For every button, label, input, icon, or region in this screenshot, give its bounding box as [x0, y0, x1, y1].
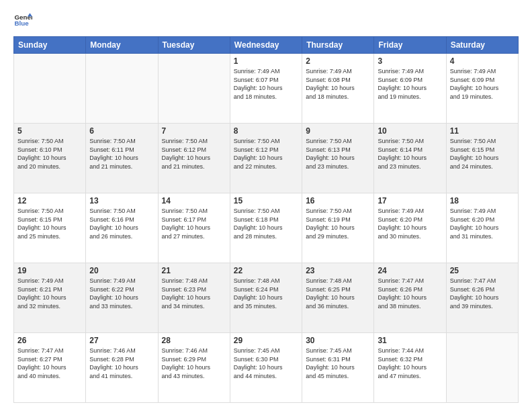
day-number: 1: [234, 56, 298, 66]
day-cell: 6Sunrise: 7:50 AM Sunset: 6:11 PM Daylig…: [86, 124, 158, 193]
day-number: 8: [234, 126, 298, 136]
day-cell: 29Sunrise: 7:45 AM Sunset: 6:30 PM Dayli…: [230, 333, 302, 403]
day-info: Sunrise: 7:49 AM Sunset: 6:07 PM Dayligh…: [234, 67, 298, 101]
day-cell: 10Sunrise: 7:50 AM Sunset: 6:14 PM Dayli…: [374, 124, 446, 193]
day-info: Sunrise: 7:50 AM Sunset: 6:15 PM Dayligh…: [450, 137, 515, 171]
day-cell: 19Sunrise: 7:49 AM Sunset: 6:21 PM Dayli…: [14, 263, 86, 333]
day-number: 30: [306, 336, 370, 345]
header: General Blue: [13, 11, 519, 30]
day-number: 16: [306, 196, 370, 205]
day-number: 15: [234, 196, 298, 205]
day-info: Sunrise: 7:50 AM Sunset: 6:12 PM Dayligh…: [162, 137, 226, 171]
day-number: 11: [450, 126, 515, 136]
day-info: Sunrise: 7:49 AM Sunset: 6:20 PM Dayligh…: [378, 207, 442, 240]
week-row-3: 12Sunrise: 7:50 AM Sunset: 6:15 PM Dayli…: [14, 193, 519, 263]
day-cell: 8Sunrise: 7:50 AM Sunset: 6:12 PM Daylig…: [230, 124, 302, 193]
day-info: Sunrise: 7:49 AM Sunset: 6:22 PM Dayligh…: [89, 277, 154, 310]
day-info: Sunrise: 7:46 AM Sunset: 6:28 PM Dayligh…: [89, 347, 154, 380]
day-info: Sunrise: 7:47 AM Sunset: 6:27 PM Dayligh…: [17, 347, 82, 380]
day-cell: 14Sunrise: 7:50 AM Sunset: 6:17 PM Dayli…: [158, 193, 230, 263]
day-number: 21: [162, 266, 226, 275]
day-cell: 13Sunrise: 7:50 AM Sunset: 6:16 PM Dayli…: [86, 193, 158, 263]
week-row-4: 19Sunrise: 7:49 AM Sunset: 6:21 PM Dayli…: [14, 263, 519, 333]
day-info: Sunrise: 7:49 AM Sunset: 6:20 PM Dayligh…: [450, 207, 515, 240]
svg-text:Blue: Blue: [14, 19, 29, 27]
week-row-5: 26Sunrise: 7:47 AM Sunset: 6:27 PM Dayli…: [14, 333, 519, 403]
day-cell: 30Sunrise: 7:45 AM Sunset: 6:31 PM Dayli…: [302, 333, 374, 403]
weekday-header-tuesday: Tuesday: [158, 37, 230, 54]
day-cell: 15Sunrise: 7:50 AM Sunset: 6:18 PM Dayli…: [230, 193, 302, 263]
day-cell: 4Sunrise: 7:49 AM Sunset: 6:09 PM Daylig…: [446, 54, 518, 124]
weekday-header-saturday: Saturday: [446, 37, 518, 54]
day-number: 29: [234, 336, 298, 345]
calendar-table: SundayMondayTuesdayWednesdayThursdayFrid…: [13, 36, 519, 403]
day-number: 26: [17, 336, 82, 345]
day-cell: 9Sunrise: 7:50 AM Sunset: 6:13 PM Daylig…: [302, 124, 374, 193]
day-info: Sunrise: 7:49 AM Sunset: 6:09 PM Dayligh…: [450, 67, 515, 101]
day-info: Sunrise: 7:50 AM Sunset: 6:12 PM Dayligh…: [234, 137, 298, 171]
day-number: 31: [378, 336, 442, 345]
day-cell: [14, 54, 86, 124]
day-number: 6: [89, 126, 154, 136]
day-info: Sunrise: 7:50 AM Sunset: 6:11 PM Dayligh…: [89, 137, 154, 171]
day-info: Sunrise: 7:50 AM Sunset: 6:15 PM Dayligh…: [17, 207, 82, 240]
day-number: 5: [17, 126, 82, 136]
day-number: 3: [378, 56, 442, 66]
day-number: 14: [162, 196, 226, 205]
day-info: Sunrise: 7:46 AM Sunset: 6:29 PM Dayligh…: [162, 347, 226, 380]
day-cell: 17Sunrise: 7:49 AM Sunset: 6:20 PM Dayli…: [374, 193, 446, 263]
day-info: Sunrise: 7:48 AM Sunset: 6:24 PM Dayligh…: [234, 277, 298, 310]
day-cell: 21Sunrise: 7:48 AM Sunset: 6:23 PM Dayli…: [158, 263, 230, 333]
day-number: 4: [450, 56, 515, 66]
day-cell: 12Sunrise: 7:50 AM Sunset: 6:15 PM Dayli…: [14, 193, 86, 263]
day-number: 13: [89, 196, 154, 205]
day-info: Sunrise: 7:50 AM Sunset: 6:14 PM Dayligh…: [378, 137, 442, 171]
weekday-header-wednesday: Wednesday: [230, 37, 302, 54]
day-info: Sunrise: 7:50 AM Sunset: 6:13 PM Dayligh…: [306, 137, 370, 171]
day-cell: 25Sunrise: 7:47 AM Sunset: 6:26 PM Dayli…: [446, 263, 518, 333]
page: General Blue SundayMondayTuesdayWednesda…: [0, 0, 532, 411]
day-info: Sunrise: 7:49 AM Sunset: 6:08 PM Dayligh…: [306, 67, 370, 101]
day-info: Sunrise: 7:50 AM Sunset: 6:17 PM Dayligh…: [162, 207, 226, 240]
day-number: 9: [306, 126, 370, 136]
day-info: Sunrise: 7:44 AM Sunset: 6:32 PM Dayligh…: [378, 347, 442, 380]
logo-icon: General Blue: [13, 11, 32, 30]
day-number: 12: [17, 196, 82, 205]
day-cell: 18Sunrise: 7:49 AM Sunset: 6:20 PM Dayli…: [446, 193, 518, 263]
day-info: Sunrise: 7:48 AM Sunset: 6:23 PM Dayligh…: [162, 277, 226, 310]
day-cell: 27Sunrise: 7:46 AM Sunset: 6:28 PM Dayli…: [86, 333, 158, 403]
day-number: 18: [450, 196, 515, 205]
day-cell: 28Sunrise: 7:46 AM Sunset: 6:29 PM Dayli…: [158, 333, 230, 403]
day-info: Sunrise: 7:49 AM Sunset: 6:21 PM Dayligh…: [17, 277, 82, 310]
day-info: Sunrise: 7:50 AM Sunset: 6:18 PM Dayligh…: [234, 207, 298, 240]
day-info: Sunrise: 7:50 AM Sunset: 6:19 PM Dayligh…: [306, 207, 370, 240]
day-cell: 26Sunrise: 7:47 AM Sunset: 6:27 PM Dayli…: [14, 333, 86, 403]
day-cell: 1Sunrise: 7:49 AM Sunset: 6:07 PM Daylig…: [230, 54, 302, 124]
day-number: 10: [378, 126, 442, 136]
day-cell: [446, 333, 518, 403]
day-info: Sunrise: 7:50 AM Sunset: 6:10 PM Dayligh…: [17, 137, 82, 171]
day-cell: [86, 54, 158, 124]
day-number: 19: [17, 266, 82, 275]
day-cell: 24Sunrise: 7:47 AM Sunset: 6:26 PM Dayli…: [374, 263, 446, 333]
day-info: Sunrise: 7:49 AM Sunset: 6:09 PM Dayligh…: [378, 67, 442, 101]
day-cell: [158, 54, 230, 124]
logo: General Blue: [13, 11, 32, 30]
day-cell: 16Sunrise: 7:50 AM Sunset: 6:19 PM Dayli…: [302, 193, 374, 263]
weekday-header-thursday: Thursday: [302, 37, 374, 54]
week-row-1: 1Sunrise: 7:49 AM Sunset: 6:07 PM Daylig…: [14, 54, 519, 124]
weekday-header-sunday: Sunday: [14, 37, 86, 54]
day-info: Sunrise: 7:45 AM Sunset: 6:31 PM Dayligh…: [306, 347, 370, 380]
day-cell: 7Sunrise: 7:50 AM Sunset: 6:12 PM Daylig…: [158, 124, 230, 193]
day-number: 17: [378, 196, 442, 205]
day-number: 20: [89, 266, 154, 275]
weekday-header-monday: Monday: [86, 37, 158, 54]
day-number: 25: [450, 266, 515, 275]
day-info: Sunrise: 7:48 AM Sunset: 6:25 PM Dayligh…: [306, 277, 370, 310]
day-number: 2: [306, 56, 370, 66]
day-cell: 31Sunrise: 7:44 AM Sunset: 6:32 PM Dayli…: [374, 333, 446, 403]
day-cell: 5Sunrise: 7:50 AM Sunset: 6:10 PM Daylig…: [14, 124, 86, 193]
day-number: 23: [306, 266, 370, 275]
day-cell: 2Sunrise: 7:49 AM Sunset: 6:08 PM Daylig…: [302, 54, 374, 124]
day-cell: 3Sunrise: 7:49 AM Sunset: 6:09 PM Daylig…: [374, 54, 446, 124]
